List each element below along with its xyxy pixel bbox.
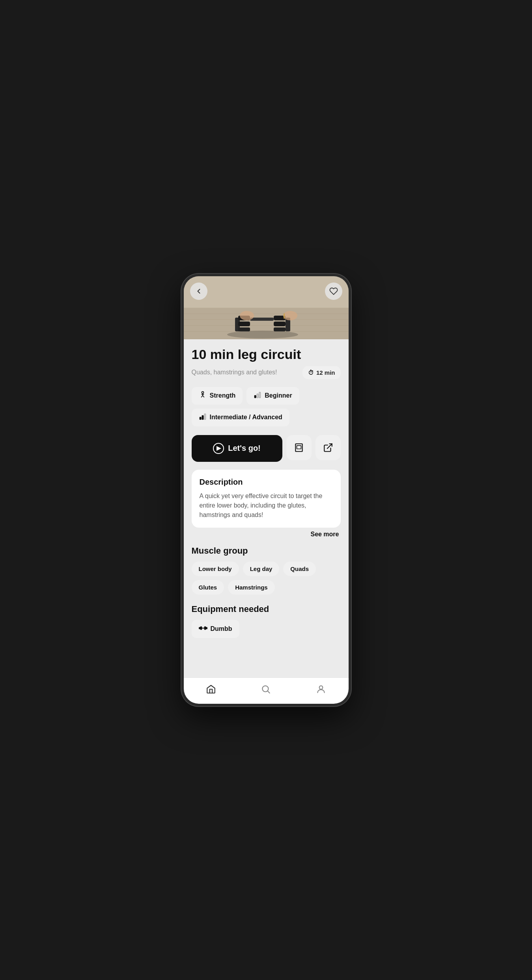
svg-line-39 <box>268 691 270 693</box>
bar-chart-icon-beginner <box>254 391 261 401</box>
bookmark-button[interactable] <box>286 435 312 460</box>
bottom-nav <box>184 677 349 704</box>
muscle-group-section: Muscle group Lower body Leg day Quads Gl… <box>192 546 341 595</box>
actions-row: Let's go! <box>192 435 341 462</box>
dumbbell-icon <box>199 624 207 634</box>
play-icon <box>213 443 224 454</box>
svg-point-40 <box>319 686 323 689</box>
svg-line-32 <box>327 444 332 448</box>
svg-rect-37 <box>205 627 207 629</box>
svg-rect-14 <box>274 327 286 331</box>
share-button[interactable] <box>315 435 341 460</box>
muscle-tag-leg-day: Leg day <box>243 562 280 576</box>
svg-point-38 <box>263 686 269 692</box>
nav-profile[interactable] <box>308 682 334 696</box>
lets-go-label: Let's go! <box>228 444 261 453</box>
clock-icon: ⏱ <box>308 369 314 376</box>
tag-beginner-label: Beginner <box>265 392 292 399</box>
tag-intermediate: Intermediate / Advanced <box>192 409 289 426</box>
svg-rect-9 <box>238 322 250 326</box>
content-area: 10 min leg circuit Quads, hamstrings and… <box>184 339 349 677</box>
nav-search[interactable] <box>253 682 279 696</box>
title-row: 10 min leg circuit <box>192 347 341 362</box>
nav-home[interactable] <box>198 682 224 696</box>
tag-beginner: Beginner <box>246 387 299 405</box>
muscle-group-title: Muscle group <box>192 546 341 556</box>
subtitle-row: Quads, hamstrings and glutes! ⏱ 12 min <box>192 366 341 379</box>
svg-rect-26 <box>259 392 260 398</box>
svg-rect-10 <box>238 327 250 331</box>
svg-rect-29 <box>204 414 205 419</box>
svg-rect-25 <box>257 394 258 398</box>
strength-icon <box>199 391 207 401</box>
svg-rect-31 <box>297 445 301 449</box>
workout-subtitle: Quads, hamstrings and glutes! <box>192 369 277 376</box>
description-title: Description <box>200 478 333 487</box>
tag-strength-label: Strength <box>210 392 236 399</box>
svg-point-17 <box>240 311 254 320</box>
muscle-tag-hamstrings: Hamstrings <box>228 580 275 595</box>
hero-image <box>184 276 349 339</box>
tags-row: Strength Beginner <box>192 387 341 426</box>
svg-rect-24 <box>255 395 256 398</box>
tag-strength: Strength <box>192 387 243 405</box>
bottom-spacer <box>192 646 341 677</box>
description-text: A quick yet very effective circuit to ta… <box>200 491 333 520</box>
equipment-item-dumbbell: Dumbb <box>192 620 239 638</box>
see-more-button[interactable]: See more <box>310 531 339 538</box>
muscle-tags: Lower body Leg day Quads Glutes Hamstrin… <box>192 562 341 595</box>
muscle-tag-glutes: Glutes <box>192 580 224 595</box>
lets-go-button[interactable]: Let's go! <box>192 435 282 462</box>
equipment-section: Equipment needed Dumbb <box>192 604 341 638</box>
svg-rect-18 <box>284 313 285 319</box>
equipment-title: Equipment needed <box>192 604 341 614</box>
phone-frame: 10 min leg circuit Quads, hamstrings and… <box>181 274 351 706</box>
bar-chart-icon-intermediate <box>199 413 207 422</box>
duration-badge: ⏱ 12 min <box>302 366 341 379</box>
see-more-container: See more <box>192 531 341 538</box>
tag-intermediate-label: Intermediate / Advanced <box>210 414 282 421</box>
duration-value: 12 min <box>316 369 335 376</box>
svg-rect-13 <box>274 322 286 326</box>
workout-title: 10 min leg circuit <box>192 347 341 362</box>
svg-point-16 <box>283 311 297 320</box>
muscle-tag-lower-body: Lower body <box>192 562 239 576</box>
svg-rect-27 <box>200 417 201 419</box>
svg-point-6 <box>227 331 298 338</box>
svg-line-22 <box>203 395 204 397</box>
back-button[interactable] <box>190 283 207 300</box>
svg-rect-11 <box>250 318 274 321</box>
description-card: Description A quick yet very effective c… <box>192 470 341 528</box>
favorite-button[interactable] <box>325 283 342 300</box>
equipment-label: Dumbb <box>211 625 232 632</box>
svg-rect-28 <box>202 415 203 419</box>
muscle-tag-quads: Quads <box>283 562 316 576</box>
